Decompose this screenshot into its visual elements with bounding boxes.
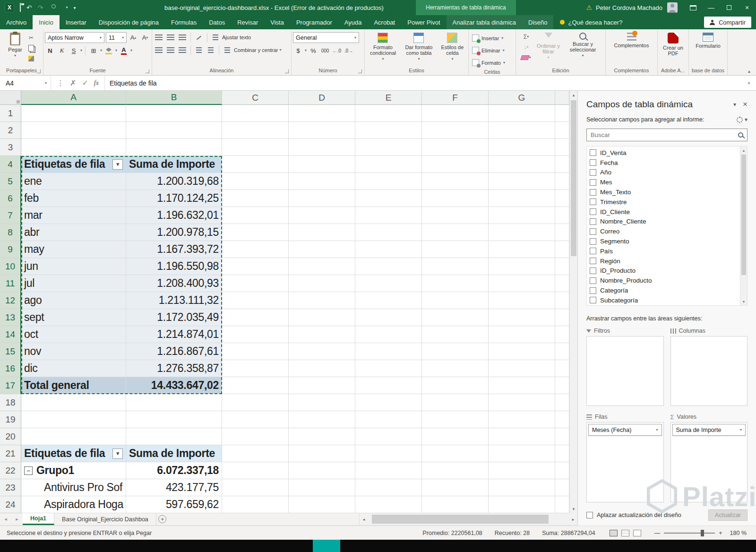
cell-H14[interactable]	[555, 326, 569, 343]
tab-datos[interactable]: Datos	[203, 15, 231, 29]
cell-H15[interactable]	[555, 343, 569, 360]
cell-H4[interactable]	[555, 156, 569, 173]
cell-D21[interactable]	[289, 445, 355, 462]
cell-B12[interactable]: 1.213.111,32	[126, 292, 222, 309]
cell-H24[interactable]	[555, 496, 569, 513]
row-header-4[interactable]: 4	[0, 156, 21, 173]
tab-analizar-tabla-din-mica[interactable]: Analizar tabla dinámica	[447, 15, 522, 29]
row-header-17[interactable]: 17	[0, 377, 21, 394]
defer-layout-checkbox[interactable]	[586, 512, 593, 518]
cell-D10[interactable]	[289, 258, 355, 275]
field-item-correo[interactable]: Correo	[590, 226, 738, 236]
cell-H13[interactable]	[555, 309, 569, 326]
cell-C7[interactable]	[222, 207, 289, 224]
tab-archivo[interactable]: Archivo	[0, 15, 33, 29]
find-select-button[interactable]: Buscar y seleccionar ▾	[565, 31, 601, 58]
cell-E4[interactable]	[355, 156, 422, 173]
cell-D14[interactable]	[289, 326, 355, 343]
cell-H3[interactable]	[555, 139, 569, 156]
cell-C5[interactable]	[222, 173, 289, 190]
cell-C20[interactable]	[222, 428, 289, 445]
cell-B13[interactable]: 1.172.035,49	[126, 309, 222, 326]
chevron-down-icon[interactable]: ▾	[745, 116, 747, 123]
scroll-up-button[interactable]: ▴	[570, 91, 577, 99]
cell-F19[interactable]	[422, 411, 489, 428]
maximize-button[interactable]	[720, 0, 738, 15]
cell-B7[interactable]: 1.196.632,01	[126, 207, 222, 224]
cell-F23[interactable]	[422, 479, 489, 496]
cell-C12[interactable]	[222, 292, 289, 309]
minimize-button[interactable]: —	[702, 0, 720, 15]
dialog-launcher-icon[interactable]	[146, 69, 149, 73]
cell-F15[interactable]	[422, 343, 489, 360]
font-size-combo[interactable]: 11▾	[106, 32, 127, 43]
cell-E21[interactable]	[355, 445, 422, 462]
dialog-launcher-icon[interactable]	[358, 69, 362, 73]
row-header-19[interactable]: 19	[0, 411, 21, 428]
vertical-scrollbar[interactable]: ▴ ▾	[569, 91, 577, 513]
cell-G23[interactable]	[489, 479, 555, 496]
cell-F14[interactable]	[422, 326, 489, 343]
cell-G22[interactable]	[489, 462, 555, 479]
field-item-a-o[interactable]: Año	[590, 168, 738, 178]
shrink-font-button[interactable]: A▾	[140, 33, 150, 43]
delete-cells-button[interactable]: Eliminar ▾	[470, 44, 514, 56]
tab-disposici-n-de-p-gina[interactable]: Disposición de página	[93, 15, 165, 29]
cell-A16[interactable]: dic	[21, 360, 126, 377]
zoom-level[interactable]: 180 %	[730, 530, 747, 536]
cell-D1[interactable]	[289, 105, 355, 122]
cell-F12[interactable]	[422, 292, 489, 309]
bold-button[interactable]: N	[45, 45, 55, 56]
cell-G18[interactable]	[489, 394, 555, 411]
row-header-8[interactable]: 8	[0, 224, 21, 241]
cell-D20[interactable]	[289, 428, 355, 445]
sheet-tab-hoja1[interactable]: Hoja1	[23, 513, 54, 525]
cell-A18[interactable]	[21, 394, 126, 411]
cell-D23[interactable]	[289, 479, 355, 496]
cell-G10[interactable]	[489, 258, 555, 275]
cell-A21[interactable]: Etiquetas de fila▾	[21, 445, 126, 462]
align-bottom-button[interactable]	[177, 32, 188, 43]
field-checkbox[interactable]	[590, 277, 596, 284]
field-checkbox[interactable]	[590, 287, 596, 294]
cell-D5[interactable]	[289, 173, 355, 190]
cell-G20[interactable]	[489, 428, 555, 445]
close-button[interactable]: ×	[738, 0, 756, 15]
cell-F8[interactable]	[422, 224, 489, 241]
tab-vista[interactable]: Vista	[264, 15, 290, 29]
scroll-right-button[interactable]: ▸	[569, 513, 577, 525]
row-header-1[interactable]: 1	[0, 105, 21, 122]
zoom-slider-thumb[interactable]	[701, 530, 704, 536]
font-name-combo[interactable]: Aptos Narrow▾	[45, 32, 104, 43]
cell-H23[interactable]	[555, 479, 569, 496]
cell-E9[interactable]	[355, 241, 422, 258]
cell-F11[interactable]	[422, 275, 489, 292]
cell-B8[interactable]: 1.200.978,15	[126, 224, 222, 241]
filter-dropdown-button[interactable]: ▾	[112, 159, 123, 170]
field-checkbox[interactable]	[590, 267, 596, 274]
tab-revisar[interactable]: Revisar	[231, 15, 264, 29]
cell-C21[interactable]	[222, 445, 289, 462]
tab-dise-o[interactable]: Diseño	[522, 15, 553, 29]
field-item-nombre-cliente[interactable]: Nombre_Cliente	[590, 217, 738, 227]
create-pdf-button[interactable]: Crear un PDF	[660, 31, 687, 56]
cell-H9[interactable]	[555, 241, 569, 258]
collapse-ribbon-button[interactable]: ▴	[748, 69, 750, 74]
cell-F4[interactable]	[422, 156, 489, 173]
field-item-fecha[interactable]: Fecha	[590, 158, 738, 168]
cell-D22[interactable]	[289, 462, 355, 479]
tab-f-rmulas[interactable]: Fórmulas	[165, 15, 203, 29]
zoom-in-button[interactable]: +	[719, 530, 722, 536]
field-item-segmento[interactable]: Segmento	[590, 236, 738, 246]
wrap-text-button[interactable]	[210, 32, 221, 43]
sort-filter-button[interactable]: Ordenar y filtrar ▾	[533, 31, 564, 60]
area-box-valores[interactable]: Suma de Importe▾	[670, 422, 748, 502]
cell-C23[interactable]	[222, 479, 289, 496]
scroll-down-button[interactable]: ▾	[570, 505, 577, 513]
cell-B14[interactable]: 1.214.874,01	[126, 326, 222, 343]
area-field-pill[interactable]: Suma de Importe▾	[672, 424, 746, 436]
cell-A17[interactable]: Total general	[21, 377, 126, 394]
align-left-button[interactable]	[154, 45, 164, 55]
increase-decimal-button[interactable]: ←.0	[332, 45, 342, 56]
cell-E15[interactable]	[355, 343, 422, 360]
